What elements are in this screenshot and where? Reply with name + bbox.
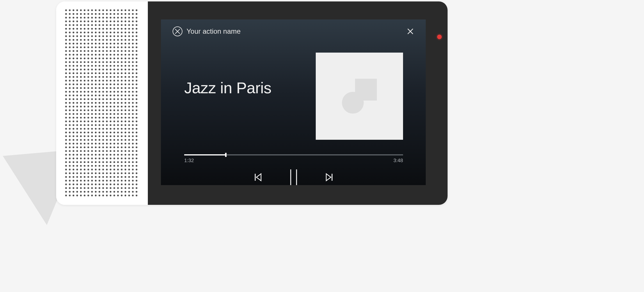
action-name-label: Your action name [187, 27, 406, 35]
content-row: Jazz in Paris [161, 36, 426, 140]
close-button[interactable] [406, 27, 415, 36]
screen-content: Your action name Jazz in Paris [161, 19, 426, 185]
svg-rect-1 [65, 9, 139, 197]
time-row: 1:32 3:48 [184, 158, 403, 164]
pause-button[interactable] [288, 169, 299, 186]
screen-bezel: Your action name Jazz in Paris [148, 1, 448, 205]
next-button[interactable] [324, 172, 334, 182]
smart-display-device: Your action name Jazz in Paris [56, 1, 448, 205]
progress-bar[interactable] [184, 154, 403, 155]
recording-indicator-icon [437, 35, 442, 39]
elapsed-time: 1:32 [184, 158, 194, 164]
speaker-grill [56, 1, 148, 205]
pause-icon [288, 169, 299, 186]
speaker-dots-icon [65, 8, 139, 198]
skip-next-icon [324, 172, 334, 182]
app-logo-icon [173, 26, 182, 36]
image-placeholder-icon [342, 79, 377, 114]
progress-fill [184, 154, 226, 155]
close-icon [407, 28, 414, 35]
progress-handle[interactable] [225, 153, 226, 157]
track-title: Jazz in Paris [184, 79, 272, 97]
skip-previous-icon [253, 172, 263, 182]
duration-time: 3:48 [393, 158, 403, 164]
previous-button[interactable] [253, 172, 263, 182]
screen-header: Your action name [161, 19, 426, 36]
album-art [316, 53, 403, 140]
progress-section: 1:32 3:48 [161, 140, 426, 186]
media-controls [184, 164, 403, 186]
